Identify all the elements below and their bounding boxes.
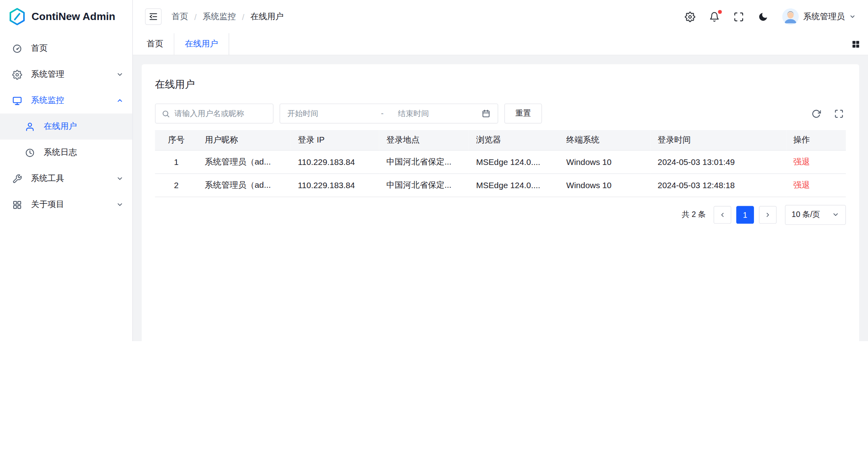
breadcrumb: 首页 / 系统监控 / 在线用户 (172, 11, 284, 22)
cell-os: Windows 10 (559, 150, 650, 173)
sidebar-item-label: 系统管理 (31, 69, 107, 80)
range-separator: - (371, 109, 393, 118)
date-range-picker: - (280, 104, 498, 124)
cell-index: 1 (155, 150, 198, 173)
search-icon (162, 109, 170, 118)
topbar-actions: 系统管理员 (685, 8, 856, 25)
sidebar-item-system-tools[interactable]: 系统工具 (0, 166, 132, 192)
app-title: ContiNew Admin (32, 10, 115, 22)
tab-home[interactable]: 首页 (136, 33, 174, 55)
sidebar-item-home[interactable]: 首页 (0, 36, 132, 62)
breadcrumb-item-system-monitor[interactable]: 系统监控 (203, 11, 236, 22)
fullscreen-icon[interactable] (734, 11, 744, 22)
cell-nickname: 系统管理员（ad... (198, 150, 291, 173)
chevron-up-icon (116, 97, 123, 104)
chevron-right-icon (764, 211, 771, 218)
sidebar-item-system-logs[interactable]: 系统日志 (0, 140, 132, 166)
notification-badge (718, 10, 722, 14)
column-header-location: 登录地点 (379, 130, 469, 150)
chevron-down-icon (116, 71, 123, 78)
table-row: 2 系统管理员（ad... 110.229.183.84 中国河北省保定... … (155, 173, 846, 197)
settings-icon[interactable] (685, 11, 695, 22)
online-users-table: 序号 用户昵称 登录 IP 登录地点 浏览器 终端系统 登录时间 操作 1 (155, 130, 846, 197)
force-logout-link[interactable]: 强退 (793, 157, 810, 166)
column-header-login-time: 登录时间 (650, 130, 786, 150)
sidebar-item-label: 系统日志 (44, 147, 123, 158)
cell-browser: MSEdge 124.0.... (469, 150, 559, 173)
sidebar-item-label: 系统工具 (31, 173, 107, 184)
sidebar-item-label: 系统监控 (31, 95, 107, 106)
sidebar: ContiNew Admin 首页 系统管理 (0, 0, 133, 341)
column-header-browser: 浏览器 (469, 130, 559, 150)
sidebar-item-system-monitor[interactable]: 系统监控 (0, 88, 132, 114)
sidebar-item-about[interactable]: 关于项目 (0, 192, 132, 218)
reset-button[interactable]: 重置 (504, 104, 542, 124)
gear-icon (12, 70, 22, 80)
table-header-row: 序号 用户昵称 登录 IP 登录地点 浏览器 终端系统 登录时间 操作 (155, 130, 846, 150)
tab-bar: 首页 在线用户 (133, 33, 868, 55)
menu-fold-icon (148, 12, 158, 22)
sidebar-item-label: 关于项目 (31, 199, 107, 210)
page-size-value: 10 条/页 (792, 210, 820, 220)
start-time-input[interactable] (287, 109, 367, 118)
page-size-select[interactable]: 10 条/页 (785, 205, 846, 225)
cell-browser: MSEdge 124.0.... (469, 173, 559, 197)
breadcrumb-separator: / (194, 12, 197, 22)
search-box (155, 104, 273, 124)
breadcrumb-item-online-users: 在线用户 (251, 11, 284, 22)
wrench-icon (12, 174, 22, 184)
breadcrumb-separator: / (242, 12, 245, 22)
user-avatar (782, 8, 799, 25)
cell-login-time: 2024-05-03 12:48:18 (650, 173, 786, 197)
cell-location: 中国河北省保定... (379, 150, 469, 173)
page-content: 在线用户 - (133, 55, 868, 341)
user-menu[interactable]: 系统管理员 (782, 8, 856, 25)
search-input[interactable] (174, 109, 267, 118)
notification-bell-icon[interactable] (709, 11, 720, 22)
column-header-index: 序号 (155, 130, 198, 150)
app-root: ContiNew Admin 首页 系统管理 (0, 0, 868, 341)
table-row: 1 系统管理员（ad... 110.229.183.84 中国河北省保定... … (155, 150, 846, 173)
collapse-sidebar-button[interactable] (145, 8, 161, 25)
sidebar-item-online-users[interactable]: 在线用户 (0, 114, 132, 140)
table-toolbar (812, 109, 846, 119)
dashboard-icon (12, 44, 22, 54)
pagination: 共 2 条 1 10 条/页 (155, 205, 846, 225)
dark-mode-moon-icon[interactable] (758, 11, 768, 22)
chevron-down-icon (832, 211, 839, 218)
cell-nickname: 系统管理员（ad... (198, 173, 291, 197)
cell-ip: 110.229.183.84 (291, 150, 379, 173)
online-users-card: 在线用户 - (142, 64, 859, 341)
refresh-icon[interactable] (812, 109, 821, 119)
chevron-down-icon (116, 175, 123, 182)
pagination-total: 共 2 条 (682, 210, 706, 220)
column-header-ip: 登录 IP (291, 130, 379, 150)
monitor-icon (12, 96, 22, 106)
end-time-input[interactable] (398, 109, 477, 118)
logo-row[interactable]: ContiNew Admin (0, 0, 132, 33)
sidebar-item-system-management[interactable]: 系统管理 (0, 62, 132, 88)
apps-grid-icon (12, 200, 22, 210)
column-header-actions: 操作 (786, 130, 846, 150)
chevron-down-icon (849, 13, 856, 20)
tab-online-users[interactable]: 在线用户 (174, 33, 229, 55)
force-logout-link[interactable]: 强退 (793, 180, 810, 189)
column-header-nickname: 用户昵称 (198, 130, 291, 150)
pagination-next-button[interactable] (759, 206, 776, 223)
calendar-icon[interactable] (481, 109, 490, 118)
username-label: 系统管理员 (803, 11, 845, 22)
chevron-down-icon (116, 201, 123, 208)
maximize-icon[interactable] (834, 109, 844, 119)
pagination-prev-button[interactable] (714, 206, 731, 223)
chevron-left-icon (719, 211, 726, 218)
sidebar-item-label: 在线用户 (44, 121, 123, 132)
sidebar-item-label: 首页 (31, 43, 123, 54)
user-icon (25, 122, 35, 132)
tab-label: 首页 (147, 39, 163, 49)
column-header-os: 终端系统 (559, 130, 650, 150)
pagination-page-1[interactable]: 1 (736, 206, 754, 223)
tab-label: 在线用户 (185, 39, 218, 49)
tab-actions-grid-icon[interactable] (852, 40, 860, 48)
breadcrumb-item-home[interactable]: 首页 (172, 11, 188, 22)
cell-location: 中国河北省保定... (379, 173, 469, 197)
